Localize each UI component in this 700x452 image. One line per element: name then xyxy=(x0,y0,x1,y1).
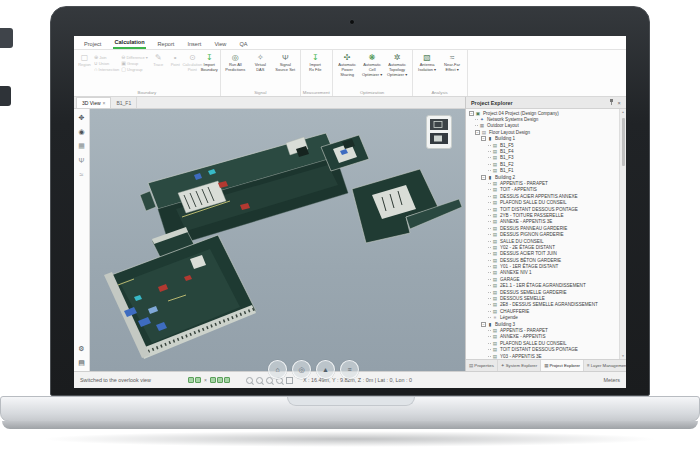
network-icon xyxy=(479,117,485,122)
tree-item-label: DESSUS PANNEAU GARDERIE xyxy=(500,226,567,231)
tab-3d-view[interactable]: 3D View × xyxy=(76,97,111,108)
close-tab-icon[interactable]: × xyxy=(103,100,106,106)
automatic-topology-optimizer-button[interactable]: ✲ Automatic Topology Optimizer ▾ xyxy=(385,51,410,77)
grid-cell-button[interactable] xyxy=(224,377,230,383)
virtual-das-button[interactable]: ✧ Virtual DAS xyxy=(248,51,273,73)
zoom-out-icon[interactable] xyxy=(256,377,263,384)
ribbon-tab[interactable]: Report xyxy=(157,39,176,49)
grid-icon[interactable]: ▦ xyxy=(75,140,88,152)
ribbon-tab[interactable]: Insert xyxy=(186,39,202,49)
pan-icon[interactable]: ✥ xyxy=(75,112,88,124)
ribbon-tab[interactable]: Calculation xyxy=(113,37,145,49)
tree-item-label: Building 3 xyxy=(495,322,515,327)
view-cube[interactable] xyxy=(426,115,452,149)
ribbon-group-signal: ◎ Run All Predictions ✧ Virtual DAS xyxy=(221,50,301,96)
floor-icon xyxy=(492,194,498,199)
tree-item-label: APPENTIS - PARAPET xyxy=(500,328,548,333)
floor-icon xyxy=(492,283,498,288)
tree-scrollbar[interactable]: ▲ ▼ xyxy=(619,109,626,359)
signal-source-set-button[interactable]: Ψ Signal Source Set xyxy=(273,51,298,73)
intersection-button[interactable]: ∩ Intersection xyxy=(94,66,119,72)
left-toolbar: ✥ ◉ ▦ Ψ ≈ xyxy=(74,109,90,371)
webcam-dot xyxy=(349,19,355,25)
expander-icon[interactable] xyxy=(475,130,480,135)
grid-cell-button[interactable] xyxy=(195,377,201,383)
tree-item-label: ANNEXE - APPENTIS 3E xyxy=(500,219,552,224)
expander-icon[interactable] xyxy=(481,175,486,180)
tree-item-label: TOIT - APPENTIS xyxy=(500,187,537,192)
floor-icon xyxy=(492,277,498,282)
antenna-icon[interactable]: Ψ xyxy=(75,154,88,166)
tab-b1-f1[interactable]: B1_F1 xyxy=(111,97,137,108)
orbit-button[interactable]: ◎ xyxy=(292,360,311,379)
scroll-down-icon[interactable]: ▼ xyxy=(620,354,626,358)
expander-icon[interactable] xyxy=(481,322,486,327)
calculation-point-button[interactable]: ⊙ Calculation Point xyxy=(184,51,201,73)
tab-system-explorer[interactable]: ✦ System Explorer xyxy=(498,360,541,371)
tree-item-label: Y02 - 2E ÉTAGE DISTANT xyxy=(500,245,555,250)
tree-item-label: B1_F1 xyxy=(500,168,514,173)
scroll-up-icon[interactable]: ▲ xyxy=(620,110,626,114)
tree-item[interactable]: Y03 - APPENTIS 3E xyxy=(466,353,626,359)
decor-shape-1 xyxy=(0,28,13,48)
automatic-cell-optimizer-button[interactable]: ❋ Automatic Cell Optimizer ▾ xyxy=(360,51,385,77)
ungroup-button[interactable]: ▢ Ungroup xyxy=(121,66,147,72)
zoom-in-icon[interactable] xyxy=(246,377,253,384)
page: Project Calculation Report Insert View Q… xyxy=(0,0,700,452)
building-lower-block xyxy=(104,235,256,359)
tree-item-label: ANNEXE NIV 1 xyxy=(500,270,532,275)
grid-cell-button[interactable] xyxy=(188,377,194,383)
project-icon xyxy=(475,111,481,116)
tab-project-explorer[interactable]: ▦ Project Explorer xyxy=(541,360,584,371)
automatic-power-sharing-button[interactable]: ✣ Automatic Power Sharing xyxy=(335,51,360,77)
laptop-bezel: Project Calculation Report Insert View Q… xyxy=(50,6,650,396)
expander-icon[interactable] xyxy=(469,111,474,116)
run-all-predictions-button[interactable]: ◎ Run All Predictions xyxy=(223,51,248,73)
floor-icon xyxy=(492,341,498,346)
ribbon-tab[interactable]: QA xyxy=(238,39,248,49)
group-caption-measurement: Measurement xyxy=(303,89,330,96)
layers-icon[interactable]: ▤ xyxy=(75,357,88,369)
floor-icon xyxy=(492,149,498,154)
import-rx-file-button[interactable]: ↧ Import Rx File xyxy=(303,51,328,73)
grid-cell-button[interactable] xyxy=(210,377,216,383)
tree-item-label: B1_F4 xyxy=(500,149,514,154)
tree-item-label: Project 04 Project (Design Company) xyxy=(483,111,559,116)
ribbon-tab[interactable]: View xyxy=(213,39,227,49)
grid-cell-button[interactable] xyxy=(217,377,223,383)
ribbon-group-analysis: ▧ Antenna Isolation ▾ ≈ Near-Far Effect … xyxy=(413,50,468,96)
menu-button[interactable]: ≡ xyxy=(340,360,359,379)
tree-item-label: B1_F3 xyxy=(500,155,514,160)
tree-item-label: DESSUS BÉTON GARDERIE xyxy=(500,258,561,263)
antenna-isolation-button[interactable]: ▧ Antenna Isolation ▾ xyxy=(415,51,440,73)
workspace: 3D View × B1_F1 xyxy=(74,97,626,371)
import-boundary-button[interactable]: ↧ Import Boundary xyxy=(201,51,218,73)
region-button[interactable]: ▢ Region xyxy=(76,51,93,68)
ribbon-tab[interactable]: Project xyxy=(83,39,102,49)
eye-icon[interactable]: ◉ xyxy=(75,126,88,138)
building-icon xyxy=(487,322,493,327)
expander-icon[interactable] xyxy=(481,136,486,141)
tree-item-label: Building 1 xyxy=(495,136,515,141)
building-icon xyxy=(487,175,493,180)
settings-gear-icon[interactable]: ⚙ xyxy=(75,343,88,355)
laptop-base-edge xyxy=(2,421,698,429)
floor-icon xyxy=(492,258,498,263)
tab-properties[interactable]: ▤ Properties xyxy=(466,360,498,371)
near-far-effect-button[interactable]: ≈ Near-Far Effect ▾ xyxy=(440,51,465,73)
close-panel-icon[interactable]: × xyxy=(615,100,623,106)
floor-icon xyxy=(492,290,498,295)
tab-layer-management[interactable]: ≡ Layer Management xyxy=(584,360,626,371)
signal-waves-icon[interactable]: ≈ xyxy=(75,168,88,180)
home-button[interactable]: ⌂ xyxy=(268,360,287,379)
scrollbar-thumb[interactable] xyxy=(622,118,625,166)
building-model[interactable] xyxy=(90,109,465,375)
boundary-mini-buttons: ⊕ Join ∪ Union xyxy=(93,51,150,76)
pin-icon[interactable] xyxy=(607,99,615,106)
trace-button[interactable]: ✎ Trace xyxy=(150,51,167,73)
point-button[interactable]: • Point xyxy=(167,51,184,73)
walk-button[interactable]: ▲ xyxy=(316,360,335,379)
mini-icon: ▢ xyxy=(121,66,126,72)
viewport-3d[interactable]: ⌂ ◎ ▲ xyxy=(90,109,465,371)
control-glyph: ◎ xyxy=(298,366,304,374)
